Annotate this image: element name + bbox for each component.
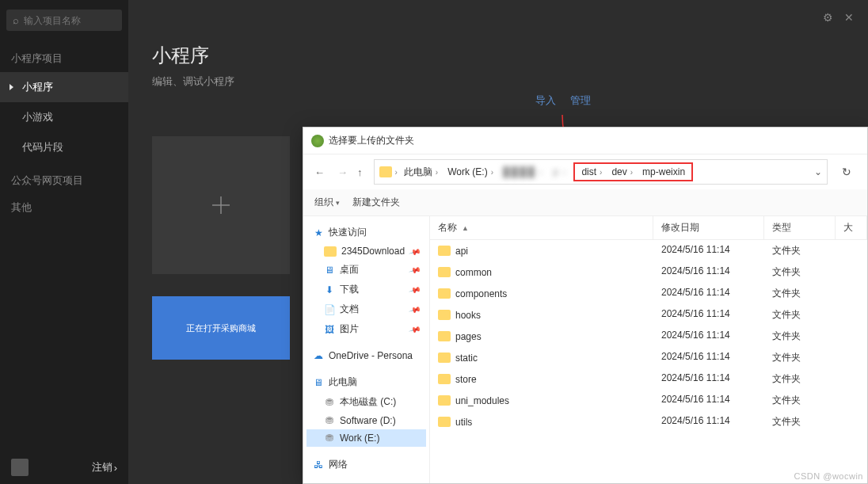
document-icon: 📄 [324, 304, 335, 315]
dialog-title: 选择要上传的文件夹 [329, 134, 414, 147]
drive-icon: ⛃ [324, 397, 335, 408]
import-link[interactable]: 导入 [535, 93, 556, 108]
app-icon [311, 135, 324, 147]
file-type: 文件夹 [764, 307, 836, 323]
organize-button[interactable]: 组织 ▾ [314, 196, 340, 209]
col-size[interactable]: 大 [836, 216, 867, 239]
drive-icon: ⛃ [324, 415, 335, 426]
path-seg-thispc[interactable]: 此电脑› [401, 164, 441, 181]
side-item[interactable]: 🖥桌面📌 [306, 260, 426, 280]
file-row[interactable]: pages2024/5/16 11:14文件夹 [430, 326, 867, 347]
path-seg-drive[interactable]: Work (E:)› [444, 165, 497, 179]
col-type[interactable]: 类型 [764, 216, 836, 239]
close-icon[interactable]: ✕ [844, 11, 854, 24]
pin-icon: 📌 [409, 303, 421, 316]
pin-icon: 📌 [409, 284, 421, 296]
col-name[interactable]: 名称▲ [430, 216, 653, 239]
file-rows: api2024/5/16 11:14文件夹common2024/5/16 11:… [430, 240, 867, 483]
path-dropdown-icon[interactable]: ⌄ [814, 166, 822, 177]
file-date: 2024/5/16 11:14 [653, 328, 764, 345]
pin-icon: 📌 [409, 264, 421, 276]
watermark: CSDN @wocwin [794, 471, 863, 481]
side-quickaccess[interactable]: ★快速访问 [306, 223, 426, 242]
side-drive-d[interactable]: ⛃Software (D:) [306, 412, 426, 429]
picture-icon: 🖼 [324, 324, 335, 335]
file-name: api [455, 246, 468, 257]
folder-icon [438, 395, 451, 406]
folder-icon [438, 374, 451, 384]
path-seg-dist[interactable]: dist› [578, 165, 605, 179]
cloud-icon: ☁ [313, 350, 324, 361]
file-name: components [455, 288, 507, 299]
file-date: 2024/5/16 11:14 [653, 285, 764, 302]
file-row[interactable]: store2024/5/16 11:14文件夹 [430, 368, 867, 390]
newfolder-button[interactable]: 新建文件夹 [352, 196, 400, 209]
nav-item-minigame[interactable]: 小游戏 [0, 102, 128, 132]
file-row[interactable]: components2024/5/16 11:14文件夹 [430, 283, 867, 304]
refresh-button[interactable]: ↻ [834, 162, 859, 181]
file-date: 2024/5/16 11:14 [653, 349, 764, 366]
page-title: 小程序 [152, 43, 844, 68]
side-item[interactable]: ⬇下载📌 [306, 280, 426, 299]
nav-item-miniprogram[interactable]: 小程序 [0, 72, 128, 102]
sidebar: ⌕ 小程序项目 小程序 小游戏 代码片段 公众号网页项目 其他 注销› [0, 0, 128, 484]
gear-icon[interactable]: ⚙ [823, 11, 833, 24]
logout-button[interactable]: 注销› [92, 460, 117, 474]
file-row[interactable]: utils2024/5/16 11:14文件夹 [430, 411, 867, 433]
address-bar[interactable]: › 此电脑› Work (E:)› ████› p› dist› dev› mp… [374, 159, 828, 185]
side-onedrive[interactable]: ☁OneDrive - Persona [306, 347, 426, 364]
side-drive-e[interactable]: ⛃Work (E:) [306, 429, 426, 447]
page-subtitle: 编辑、调试小程序 [152, 74, 844, 89]
side-item[interactable]: 📄文档📌 [306, 299, 426, 319]
nav-header-public[interactable]: 公众号网页项目 [0, 167, 128, 194]
forward-button[interactable]: → [334, 163, 351, 181]
path-seg-hidden2[interactable]: p› [550, 165, 570, 179]
network-icon: 🖧 [313, 459, 324, 471]
project-preview[interactable]: 正在打开采购商城 [152, 296, 290, 360]
file-row[interactable]: hooks2024/5/16 11:14文件夹 [430, 304, 867, 326]
pc-icon: 🖥 [313, 377, 324, 388]
search-icon: ⌕ [13, 14, 19, 26]
file-date: 2024/5/16 11:14 [653, 371, 764, 387]
file-row[interactable]: common2024/5/16 11:14文件夹 [430, 261, 867, 283]
side-item[interactable]: 2345Download📌 [306, 242, 426, 260]
col-date[interactable]: 修改日期 [653, 216, 764, 239]
search-box[interactable]: ⌕ [6, 10, 122, 31]
plus-icon [210, 194, 232, 216]
file-row[interactable]: static2024/5/16 11:14文件夹 [430, 347, 867, 368]
up-button[interactable]: ↑ [357, 166, 363, 178]
chevron-down-icon: ▾ [336, 199, 340, 207]
side-drive-c[interactable]: ⛃本地磁盘 (C:) [306, 392, 426, 412]
file-name: common [455, 267, 492, 278]
search-input[interactable] [24, 15, 116, 26]
file-name: utils [455, 417, 472, 428]
folder-icon [438, 417, 451, 427]
file-name: static [455, 353, 478, 364]
path-seg-dev[interactable]: dev› [608, 165, 636, 179]
folder-icon [438, 246, 451, 256]
file-row[interactable]: uni_modules2024/5/16 11:14文件夹 [430, 390, 867, 411]
manage-link[interactable]: 管理 [570, 93, 591, 108]
path-seg-mpweixin[interactable]: mp-weixin [639, 165, 688, 179]
download-icon: ⬇ [324, 284, 335, 295]
path-seg-hidden[interactable]: ████› [500, 165, 546, 179]
side-item[interactable]: 🖼图片📌 [306, 319, 426, 339]
file-date: 2024/5/16 11:14 [653, 392, 764, 409]
folder-icon [379, 166, 392, 177]
avatar[interactable] [11, 459, 29, 476]
nav-item-snippet[interactable]: 代码片段 [0, 132, 128, 162]
file-dialog: 选择要上传的文件夹 ← → ↑ › 此电脑› Work (E:)› ████› … [303, 127, 868, 484]
back-button[interactable]: ← [311, 163, 328, 181]
add-project-button[interactable] [152, 136, 290, 274]
dialog-titlebar: 选择要上传的文件夹 [303, 128, 867, 154]
nav-header-other[interactable]: 其他 [0, 194, 128, 221]
file-row[interactable]: api2024/5/16 11:14文件夹 [430, 240, 867, 261]
nav-header-miniapp: 小程序项目 [0, 45, 128, 72]
file-date: 2024/5/16 11:14 [653, 413, 764, 430]
file-date: 2024/5/16 11:14 [653, 307, 764, 323]
side-thispc[interactable]: 🖥此电脑 [306, 372, 426, 392]
side-network[interactable]: 🖧网络 [306, 455, 426, 474]
pin-icon: 📌 [409, 245, 421, 257]
file-type: 文件夹 [764, 413, 836, 430]
pin-icon: 📌 [409, 323, 421, 336]
